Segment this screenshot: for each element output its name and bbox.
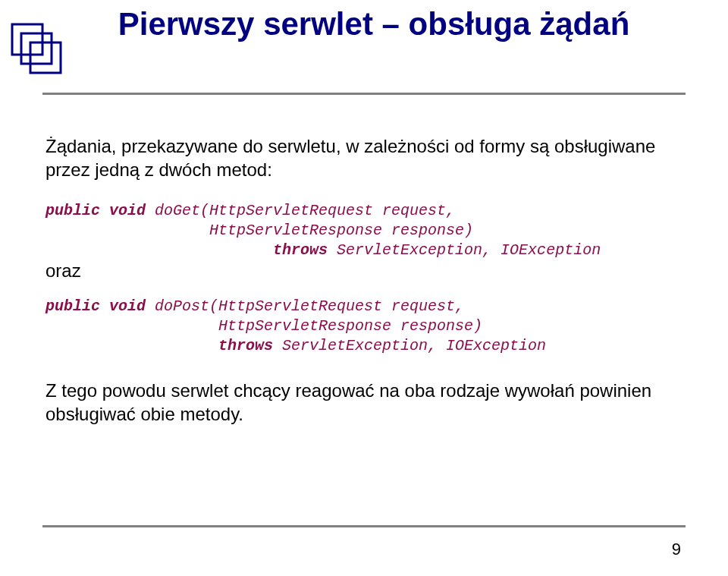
svg-rect-1 [21,33,52,64]
code-text: doPost(HttpServletRequest request, [146,297,464,315]
keyword: public void [46,202,146,219]
code-text: HttpServletResponse response) [46,222,473,239]
keyword: throws [273,241,328,259]
slide: Pierwszy serwlet – obsługa żądań Żądania… [0,0,728,576]
code-text: HttpServletResponse response) [46,317,482,335]
and-label: oraz [46,259,682,282]
outro-text: Z tego powodu serwlet chcący reagować na… [46,379,682,426]
code-text [46,337,218,354]
code-text: ServletException, IOException [273,337,546,354]
svg-rect-0 [12,24,42,55]
slide-title: Pierwszy serwlet – obsługa żądań [80,5,682,42]
code-text: doGet(HttpServletRequest request, [146,202,455,219]
code-block-doget: public void doGet(HttpServletRequest req… [46,201,682,260]
intro-text: Żądania, przekazywane do serwletu, w zal… [46,134,682,181]
footer-divider [42,525,686,527]
page-number: 9 [672,540,681,559]
keyword: public void [46,297,146,315]
code-block-dopost: public void doPost(HttpServletRequest re… [46,297,682,356]
logo-icon [8,20,67,82]
code-text [46,241,273,259]
keyword: throws [218,337,273,354]
body: Żądania, przekazywane do serwletu, w zal… [46,95,682,426]
code-text: ServletException, IOException [328,241,601,259]
svg-rect-2 [30,42,61,73]
header: Pierwszy serwlet – obsługa żądań [46,0,682,82]
